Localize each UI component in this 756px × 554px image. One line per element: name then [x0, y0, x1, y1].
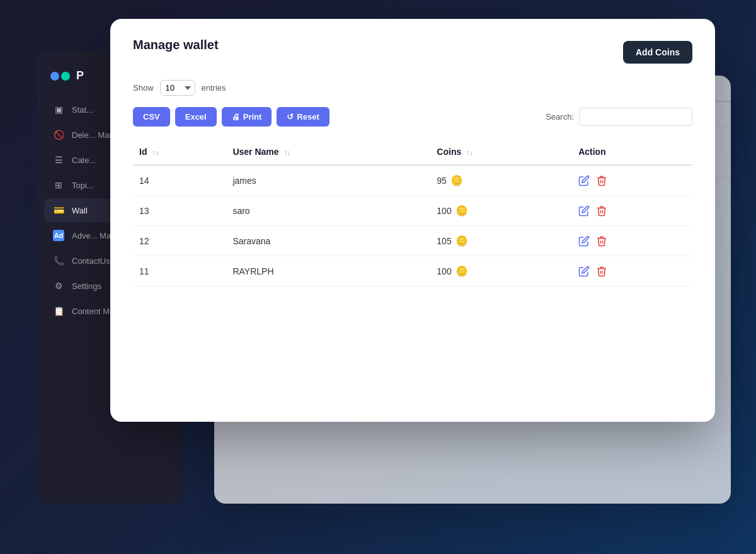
cell-id: 14 [133, 165, 226, 196]
delete-button[interactable] [596, 235, 607, 247]
cell-id: 12 [133, 226, 226, 256]
cell-username: Saravana [226, 226, 430, 256]
coins-value: 105 [437, 236, 451, 246]
contactus-icon: 📞 [53, 255, 64, 266]
table-body: 14 james 95 🪙 [133, 165, 692, 286]
table-row: 14 james 95 🪙 [133, 165, 692, 196]
search-row: Search: [546, 108, 692, 126]
delete-button[interactable] [596, 266, 607, 277]
coin-icon: 🪙 [455, 205, 468, 217]
csv-button[interactable]: CSV [133, 107, 170, 127]
content-management-icon: 📋 [53, 305, 64, 317]
topics-icon: ⊞ [53, 179, 64, 191]
table-row: 11 RAYRLPH 100 🪙 [133, 256, 692, 286]
table-row: 13 saro 100 🪙 [133, 196, 692, 226]
col-username: User Name ↑↓ [226, 139, 430, 165]
settings-icon: ⚙ [53, 280, 64, 291]
search-input[interactable] [579, 108, 692, 126]
cell-coins: 100 🪙 [430, 256, 572, 286]
edit-button[interactable] [578, 266, 590, 277]
cell-username: james [226, 165, 430, 196]
coins-value: 100 [437, 206, 451, 216]
delete-button[interactable] [596, 205, 607, 217]
coins-value: 100 [437, 266, 451, 276]
edit-button[interactable] [578, 235, 590, 247]
cell-coins: 100 🪙 [430, 196, 572, 226]
sort-icon-id: ↑↓ [152, 149, 159, 156]
sort-icon-username: ↑↓ [284, 149, 290, 156]
logo-circle-blue [50, 72, 59, 81]
col-coins: Coins ↑↓ [430, 139, 572, 165]
toolbar-left: Show 10 25 50 100 entries [133, 80, 226, 96]
wallet-table: Id ↑↓ User Name ↑↓ Coins ↑↓ Action 14 ja… [133, 139, 692, 286]
add-coins-button[interactable]: Add Coins [623, 41, 692, 64]
cell-coins: 105 🪙 [430, 226, 572, 256]
logo-icon [50, 72, 70, 81]
sort-icon-coins: ↑↓ [466, 149, 473, 156]
logo-text: P [76, 69, 84, 82]
table-row: 12 Saravana 105 🪙 [133, 226, 692, 256]
coin-icon: 🪙 [450, 174, 463, 186]
entries-label: entries [202, 83, 226, 93]
print-button[interactable]: 🖨 Print [222, 107, 272, 127]
search-label: Search: [546, 112, 574, 122]
table-header: Id ↑↓ User Name ↑↓ Coins ↑↓ Action [133, 139, 692, 165]
logo-circle-green [61, 72, 70, 81]
col-action: Action [572, 139, 692, 165]
delete-button[interactable] [596, 175, 607, 186]
coin-icon: 🪙 [455, 235, 468, 247]
cell-action [572, 196, 692, 226]
modal-title: Manage wallet [133, 38, 219, 52]
modal-front: Manage wallet Add Coins Show 10 25 50 10… [110, 19, 715, 422]
cell-action [572, 256, 692, 286]
export-buttons: CSV Excel 🖨 Print ↺ Reset [133, 107, 329, 127]
wallet-icon: 💳 [53, 205, 64, 216]
reset-icon: ↺ [287, 112, 294, 122]
coin-icon: 🪙 [455, 265, 468, 277]
reset-button[interactable]: ↺ Reset [277, 107, 329, 127]
categories-icon: ☰ [53, 154, 64, 166]
statistics-icon: ▣ [53, 104, 64, 115]
export-row: CSV Excel 🖨 Print ↺ Reset Search: [133, 107, 692, 127]
entries-select[interactable]: 10 25 50 100 [160, 80, 195, 96]
cell-action [572, 165, 692, 196]
cell-id: 11 [133, 256, 226, 286]
delete-manage-icon: 🚫 [53, 129, 64, 140]
col-id: Id ↑↓ [133, 139, 226, 165]
show-label: Show [133, 83, 154, 93]
ad-icon: Ad [53, 230, 64, 241]
cell-action [572, 226, 692, 256]
cell-username: saro [226, 196, 430, 226]
cell-username: RAYRLPH [226, 256, 430, 286]
print-icon: 🖨 [232, 112, 240, 122]
cell-id: 13 [133, 196, 226, 226]
excel-button[interactable]: Excel [175, 107, 217, 127]
edit-button[interactable] [578, 175, 590, 186]
modal-toolbar: Show 10 25 50 100 entries [133, 80, 692, 96]
edit-button[interactable] [578, 205, 590, 217]
cell-coins: 95 🪙 [430, 165, 572, 196]
coins-value: 95 [437, 176, 447, 186]
